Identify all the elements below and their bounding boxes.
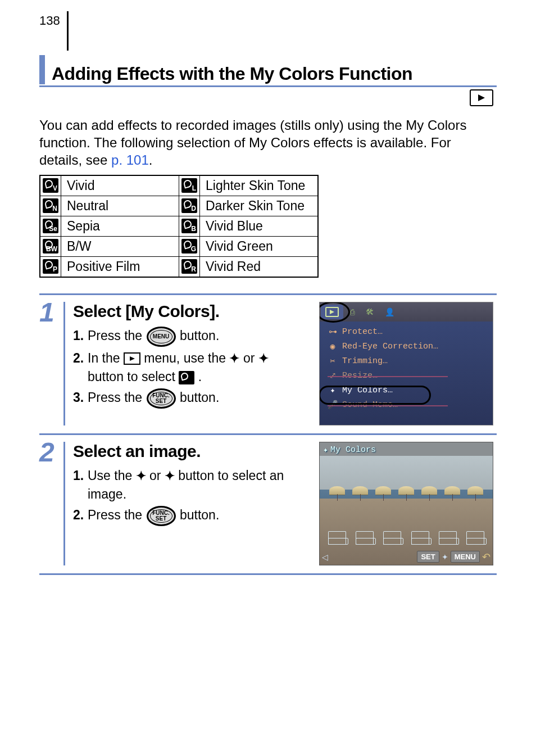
my-colors-icon xyxy=(179,371,194,384)
effect-name: Vivid Green xyxy=(200,236,318,256)
substep-text: button. xyxy=(180,508,219,522)
step-title: Select [My Colors]. xyxy=(73,302,311,321)
effect-icon-positive-film: P xyxy=(43,259,58,274)
substep-text: button. xyxy=(180,328,219,343)
substep-text: button. xyxy=(180,390,219,405)
right-arrow-icon: ✦ xyxy=(165,469,175,483)
substep-text: or xyxy=(149,468,165,483)
substep-text: menu, use the xyxy=(144,351,229,365)
effect-icon-darker-skin: D xyxy=(181,198,197,213)
left-arrow-icon: ✦ xyxy=(136,469,146,483)
substep-number: 1. xyxy=(73,467,88,504)
menu-item-redeye: ◉Red-Eye Correction… xyxy=(328,339,487,354)
substep-number: 3. xyxy=(73,388,88,409)
effect-icon-neutral: N xyxy=(43,198,58,213)
substep-text: . xyxy=(198,369,202,384)
substep-number: 2. xyxy=(73,349,88,387)
substep-text: Use the xyxy=(88,468,136,483)
menu-button-icon: MENU xyxy=(147,327,176,347)
page-title: Adding Effects with the My Colors Functi… xyxy=(52,64,412,84)
title-accent xyxy=(39,55,45,84)
effect-name: Darker Skin Tone xyxy=(200,196,318,216)
tab-highlight-circle xyxy=(319,302,350,323)
step-1: 1 Select [My Colors]. 1. Press the MENU … xyxy=(39,295,497,435)
effect-icon-vivid: V xyxy=(43,178,58,193)
substep-text: Press the xyxy=(88,390,146,405)
header-divider xyxy=(67,11,69,51)
effect-name: Neutral xyxy=(61,196,179,216)
effect-icon-sepia: Se xyxy=(43,219,58,233)
back-arrow-icon: ↶ xyxy=(482,551,490,563)
effect-name: Vivid xyxy=(61,175,179,196)
effects-table: V Vivid L Lighter Skin Tone N Neutral D … xyxy=(39,175,319,278)
effect-name: Positive Film xyxy=(61,256,179,277)
menu-item-trimming: ✂Trimming… xyxy=(328,354,487,369)
step1-screenshot: ⎙ 🛠 👤 ⊶Protect… ◉Red-Eye Correction… ✂Tr… xyxy=(319,302,493,425)
playback-mode-icon xyxy=(470,89,493,106)
tab-person-icon: 👤 xyxy=(380,305,399,319)
func-set-button-icon: FUNC.SET xyxy=(147,388,176,409)
step-2: 2 Select an image. 1. Use the ✦ or ✦ but… xyxy=(39,435,497,575)
step2-screenshot: ✦My Colors ◁ SET ✦ MENU ↶ xyxy=(319,442,493,565)
page-number: 138 xyxy=(39,11,67,28)
substep-number: 2. xyxy=(73,506,88,526)
effect-icon-vivid-red: R xyxy=(181,259,197,274)
effect-name: B/W xyxy=(61,236,179,256)
effect-name: Vivid Red xyxy=(200,256,318,277)
svg-marker-0 xyxy=(478,94,485,101)
title-bar: Adding Effects with the My Colors Functi… xyxy=(39,55,497,87)
set-badge: SET xyxy=(417,551,439,563)
up-arrow-icon: ✦ xyxy=(229,351,239,365)
menu-item-resize: ⤢Resize… xyxy=(328,369,487,383)
effect-icon-bw: BW xyxy=(43,239,58,253)
step-number: 2 xyxy=(39,442,63,463)
left-nav-arrow-icon: ◁ xyxy=(322,553,328,562)
effect-icon-lighter-skin: L xyxy=(181,178,197,193)
substep-text: Press the xyxy=(88,328,146,343)
menu-item-protect: ⊶Protect… xyxy=(328,325,487,339)
effect-name: Vivid Blue xyxy=(200,216,318,236)
substep-text: Press the xyxy=(88,508,146,522)
playback-tab-icon xyxy=(124,352,140,365)
substep-text: or xyxy=(243,351,258,365)
effect-icon-vivid-green: G xyxy=(181,239,197,253)
my-colors-small-icon: ✦ xyxy=(442,553,448,562)
menu-badge: MENU xyxy=(451,551,480,563)
steps-list: 1 Select [My Colors]. 1. Press the MENU … xyxy=(39,293,497,575)
page-ref-link[interactable]: p. 101 xyxy=(111,152,149,168)
effect-name: Sepia xyxy=(61,216,179,236)
tab-tools-icon: 🛠 xyxy=(361,305,378,319)
svg-marker-1 xyxy=(130,356,135,361)
substep-text: In the xyxy=(88,351,124,365)
substep-number: 1. xyxy=(73,327,88,347)
effect-icon-vivid-blue: B xyxy=(181,219,197,233)
effect-name: Lighter Skin Tone xyxy=(200,175,318,196)
func-set-button-icon: FUNC.SET xyxy=(147,506,176,526)
selection-highlight-oval xyxy=(319,386,431,405)
intro-text: You can add effects to recorded images (… xyxy=(39,116,497,169)
my-colors-screen-title: ✦My Colors xyxy=(323,445,376,455)
step-title: Select an image. xyxy=(73,442,311,461)
substep-text: button to select xyxy=(88,369,179,384)
step-number: 1 xyxy=(39,302,63,323)
down-arrow-icon: ✦ xyxy=(258,351,269,365)
